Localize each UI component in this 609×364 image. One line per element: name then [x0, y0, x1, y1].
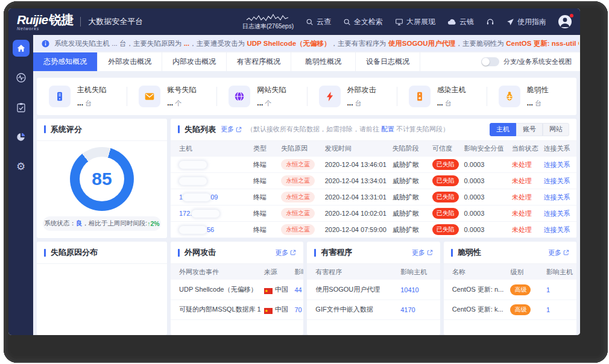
alert-seg-highlight: 使用SOGOU用户代理	[388, 40, 456, 47]
nav-item-home[interactable]	[13, 40, 30, 57]
menu-support[interactable]	[486, 17, 494, 26]
host-cell[interactable]: 56	[171, 222, 250, 238]
impact-count[interactable]: 44	[291, 280, 303, 300]
system-status-bar: 系统状态：良，相比于上周同时间段: ↑2%	[43, 216, 161, 231]
stat-title: 主机失陷	[77, 85, 106, 95]
relation-link[interactable]: 连接关系	[541, 206, 576, 222]
compromise-reason-panel: 失陷原因分布	[37, 242, 167, 335]
impact-count[interactable]: 4170	[397, 300, 440, 319]
globe-icon	[229, 86, 250, 107]
status-cell: 已失陷	[429, 189, 461, 206]
host-cell[interactable]: 109	[171, 189, 250, 206]
branch-view-toggle[interactable]	[481, 57, 499, 66]
reason-cell: 永恒之蓝	[278, 189, 322, 206]
list-filter-group: 主机 账号 网站	[490, 123, 569, 136]
nav-item-reports[interactable]	[13, 128, 30, 145]
impact-count[interactable]: 70	[291, 300, 303, 319]
alert-seg-highlight: UDP Shellcode（无偏移）	[247, 40, 330, 47]
user-avatar[interactable]	[558, 15, 572, 28]
topbar-menu: 日志速率(2765eps) 云查 全文检索 大屏展现 云镜	[242, 13, 572, 30]
stat-number: ...	[167, 99, 173, 107]
host-fragment: 56	[207, 226, 214, 233]
host-cell[interactable]	[171, 173, 250, 189]
cloud-icon	[447, 18, 456, 25]
panel-header: 失陷列表 更多 （默认接收所有失陷数据，如需排除，请前往 配置 不计算失陷网段）…	[171, 119, 576, 141]
status-badge: 已失陷	[432, 175, 459, 186]
table-row: GIF文件中嵌入数据 4170	[307, 300, 440, 319]
menu-fulltext-search[interactable]: 全文检索	[343, 17, 383, 27]
event-cell: 可疑的内部MSSQL数据库 1433端口..	[171, 300, 261, 319]
menu-label: 使用指南	[517, 17, 546, 27]
relation-link[interactable]: 连接关系	[541, 222, 576, 238]
more-link[interactable]: 更多	[275, 248, 296, 257]
more-link[interactable]: 更多	[548, 248, 569, 257]
stat-unit: 个	[265, 99, 271, 107]
panel-title: 脆弱性	[458, 247, 481, 258]
redaction-smudge	[183, 193, 210, 201]
info-icon	[42, 40, 49, 48]
more-link[interactable]: 更多	[221, 125, 242, 134]
tab-vulnerability[interactable]: 脆弱性概况	[291, 52, 356, 71]
logo-en: Ruijie	[17, 13, 48, 27]
filter-website[interactable]: 网站	[543, 123, 569, 136]
relation-link[interactable]: 连接关系	[541, 189, 576, 206]
relation-link[interactable]: 连接关系	[541, 157, 576, 173]
stat-card-external-attack[interactable]: 外部攻击 ...台	[307, 78, 397, 115]
tab-malware[interactable]: 有害程序概况	[227, 52, 291, 71]
nav-item-settings[interactable]: ⚙	[13, 158, 30, 175]
tab-external-attack[interactable]: 外部攻击概况	[98, 52, 162, 71]
config-link[interactable]: 配置	[381, 125, 394, 133]
status-cell: 已失陷	[429, 206, 461, 222]
menu-big-screen[interactable]: 大屏展现	[395, 17, 435, 27]
stat-card-account-compromise[interactable]: 账号失陷 ...个	[127, 78, 216, 115]
stat-number: ...	[347, 99, 353, 107]
title-accent-bar	[178, 125, 180, 133]
external-link-icon	[563, 249, 569, 256]
filter-account[interactable]: 账号	[516, 123, 543, 136]
more-link[interactable]: 更多	[412, 248, 433, 257]
reason-badge: 永恒之蓝	[281, 208, 315, 219]
nav-item-tasks[interactable]	[13, 99, 30, 116]
toggle-knob	[482, 58, 490, 66]
col-type: 类型	[250, 141, 278, 157]
impact-count[interactable]: 10410	[397, 280, 440, 300]
host-cell[interactable]	[171, 157, 250, 173]
gear-icon: ⚙	[16, 162, 25, 172]
stage-cell: 威胁扩散	[390, 157, 429, 173]
host-cell[interactable]: 172.	[171, 206, 250, 222]
relation-link[interactable]: 连接关系	[541, 173, 576, 189]
brand-logo[interactable]: Ruijie锐捷 Networks	[17, 13, 73, 31]
menu-cloud-lookup[interactable]: 云查	[306, 17, 331, 27]
infected-host-icon	[409, 86, 431, 107]
tab-situation-overview[interactable]: 态势感知概况	[33, 52, 98, 71]
stat-card-vulnerability[interactable]: 脆弱性 ...台	[487, 78, 576, 115]
stat-card-infected-host[interactable]: 感染主机 ...台	[397, 78, 487, 115]
log-rate-label: 日志速率(2765eps)	[242, 23, 294, 30]
nav-item-monitoring[interactable]	[13, 69, 30, 86]
menu-cloud-mirror[interactable]: 云镜	[447, 17, 474, 27]
col-source: 来源	[261, 264, 292, 280]
note-text: （默认接收所有失陷数据，如需排除，请前往	[247, 125, 381, 133]
status-cell: 已失陷	[429, 222, 461, 238]
col-impact-hosts: 影响主机	[543, 264, 576, 280]
reason-badge: 永恒之蓝	[281, 192, 315, 202]
envelope-icon	[139, 86, 160, 107]
tab-internal-attack[interactable]: 内部攻击概况	[162, 52, 227, 71]
view-toggle-area: 分支/业务系统安全视图	[481, 52, 580, 71]
menu-user-guide[interactable]: 使用指南	[506, 17, 546, 27]
type-cell: 终端	[250, 222, 278, 238]
stat-value: ...台	[77, 99, 106, 108]
stat-card-host-compromise[interactable]: 主机失陷 ...台	[37, 78, 127, 115]
tab-device-log[interactable]: 设备日志概况	[356, 52, 420, 71]
vuln-name-cell: CentOS 更新: n...	[444, 280, 508, 300]
stat-texts: 账号失陷 ...个	[167, 85, 196, 108]
stat-card-website-compromise[interactable]: 网站失陷 ...个	[216, 78, 306, 115]
topbar-divider	[80, 17, 81, 27]
vulnerability-panel: 脆弱性 更多 名称 级别 影响主机	[444, 242, 576, 335]
alert-seg: 系统发现失陷主机 ... 台，主要失陷原因为	[54, 40, 184, 47]
stat-title: 感染主机	[437, 85, 466, 95]
impact-count[interactable]: 1	[543, 300, 576, 319]
col-confidence: 可信度	[429, 141, 461, 157]
impact-count[interactable]: 1	[543, 280, 576, 300]
filter-host[interactable]: 主机	[490, 123, 516, 136]
